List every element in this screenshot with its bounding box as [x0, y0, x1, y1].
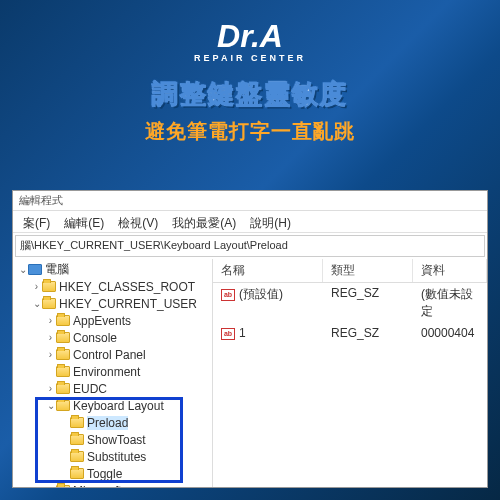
- tree-hkcu[interactable]: ⌄HKEY_CURRENT_USER: [13, 295, 212, 312]
- cell-name: 1: [239, 326, 246, 340]
- menubar: 案(F) 編輯(E) 檢視(V) 我的最愛(A) 說明(H): [13, 211, 487, 233]
- tree-item-preload[interactable]: Preload: [13, 414, 212, 431]
- chevron-right-icon[interactable]: ›: [45, 485, 56, 487]
- chevron-down-icon[interactable]: ⌄: [45, 400, 56, 411]
- tree-item-environment[interactable]: Environment: [13, 363, 212, 380]
- tree-label: Console: [73, 331, 117, 345]
- folder-icon: [56, 400, 70, 411]
- chevron-down-icon[interactable]: ⌄: [17, 264, 28, 275]
- menu-file[interactable]: 案(F): [17, 213, 56, 230]
- folder-icon: [56, 349, 70, 360]
- string-icon: ab: [221, 328, 235, 340]
- folder-icon: [70, 451, 84, 462]
- window-titlebar: 編輯程式: [13, 191, 487, 211]
- tree-label: AppEvents: [73, 314, 131, 328]
- tree-label-selected: Preload: [87, 416, 128, 430]
- tree-label: Microsoft: [73, 484, 122, 488]
- tree-item-toggle[interactable]: Toggle: [13, 465, 212, 482]
- cell-data: 00000404: [413, 324, 487, 342]
- address-bar[interactable]: 腦\HKEY_CURRENT_USER\Keyboard Layout\Prel…: [15, 235, 485, 257]
- chevron-right-icon[interactable]: ›: [45, 332, 56, 343]
- tree-item-eudc[interactable]: ›EUDC: [13, 380, 212, 397]
- tree-root[interactable]: ⌄電腦: [13, 261, 212, 278]
- pc-icon: [28, 264, 42, 275]
- list-row[interactable]: ab1 REG_SZ 00000404: [213, 323, 487, 343]
- cell-type: REG_SZ: [323, 324, 413, 342]
- cell-name: (預設值): [239, 287, 283, 301]
- tree-hkcr[interactable]: ›HKEY_CLASSES_ROOT: [13, 278, 212, 295]
- folder-icon: [56, 332, 70, 343]
- tree-label: ShowToast: [87, 433, 146, 447]
- chevron-right-icon[interactable]: ›: [31, 281, 42, 292]
- folder-icon: [70, 434, 84, 445]
- folder-icon: [56, 315, 70, 326]
- folder-icon: [70, 468, 84, 479]
- regedit-window: 編輯程式 案(F) 編輯(E) 檢視(V) 我的最愛(A) 說明(H) 腦\HK…: [12, 190, 488, 488]
- tree-label: HKEY_CURRENT_USER: [59, 297, 197, 311]
- string-icon: ab: [221, 289, 235, 301]
- chevron-right-icon[interactable]: ›: [45, 349, 56, 360]
- tree-item-kbdlayout[interactable]: ⌄Keyboard Layout: [13, 397, 212, 414]
- tree-label: Substitutes: [87, 450, 146, 464]
- tree-item-showtoast[interactable]: ShowToast: [13, 431, 212, 448]
- tree-label: 電腦: [45, 261, 69, 278]
- tree-label: Control Panel: [73, 348, 146, 362]
- tree-pane[interactable]: ⌄電腦 ›HKEY_CLASSES_ROOT ⌄HKEY_CURRENT_USE…: [13, 259, 213, 487]
- chevron-right-icon[interactable]: ›: [45, 383, 56, 394]
- chevron-right-icon[interactable]: ›: [45, 315, 56, 326]
- tree-item-appevents[interactable]: ›AppEvents: [13, 312, 212, 329]
- folder-icon: [42, 298, 56, 309]
- menu-edit[interactable]: 編輯(E): [58, 213, 110, 230]
- tree-label: Toggle: [87, 467, 122, 481]
- list-row[interactable]: ab(預設值) REG_SZ (數值未設定: [213, 283, 487, 323]
- tree-item-substitutes[interactable]: Substitutes: [13, 448, 212, 465]
- folder-icon: [70, 417, 84, 428]
- tree-label: EUDC: [73, 382, 107, 396]
- folder-icon: [56, 485, 70, 487]
- tree-item-microsoft[interactable]: ›Microsoft: [13, 482, 212, 487]
- tree-item-controlpanel[interactable]: ›Control Panel: [13, 346, 212, 363]
- list-header: 名稱 類型 資料: [213, 259, 487, 283]
- tree-label: HKEY_CLASSES_ROOT: [59, 280, 195, 294]
- list-pane[interactable]: 名稱 類型 資料 ab(預設值) REG_SZ (數值未設定 ab1 REG_S…: [213, 259, 487, 487]
- headline-main: 調整鍵盤靈敏度: [0, 77, 500, 112]
- col-header-name[interactable]: 名稱: [213, 259, 323, 282]
- cell-data: (數值未設定: [413, 284, 487, 322]
- cell-type: REG_SZ: [323, 284, 413, 322]
- logo-text: Dr.A: [217, 18, 283, 55]
- tree-label: Environment: [73, 365, 140, 379]
- col-header-type[interactable]: 類型: [323, 259, 413, 282]
- col-header-data[interactable]: 資料: [413, 259, 487, 282]
- menu-favorites[interactable]: 我的最愛(A): [166, 213, 242, 230]
- menu-view[interactable]: 檢視(V): [112, 213, 164, 230]
- tree-item-console[interactable]: ›Console: [13, 329, 212, 346]
- folder-icon: [56, 383, 70, 394]
- headline-sub: 避免筆電打字一直亂跳: [0, 118, 500, 145]
- menu-help[interactable]: 說明(H): [244, 213, 297, 230]
- tree-label: Keyboard Layout: [73, 399, 164, 413]
- chevron-down-icon[interactable]: ⌄: [31, 298, 42, 309]
- folder-icon: [42, 281, 56, 292]
- folder-icon: [56, 366, 70, 377]
- brand-logo: Dr.A REPAIR CENTER: [0, 0, 500, 71]
